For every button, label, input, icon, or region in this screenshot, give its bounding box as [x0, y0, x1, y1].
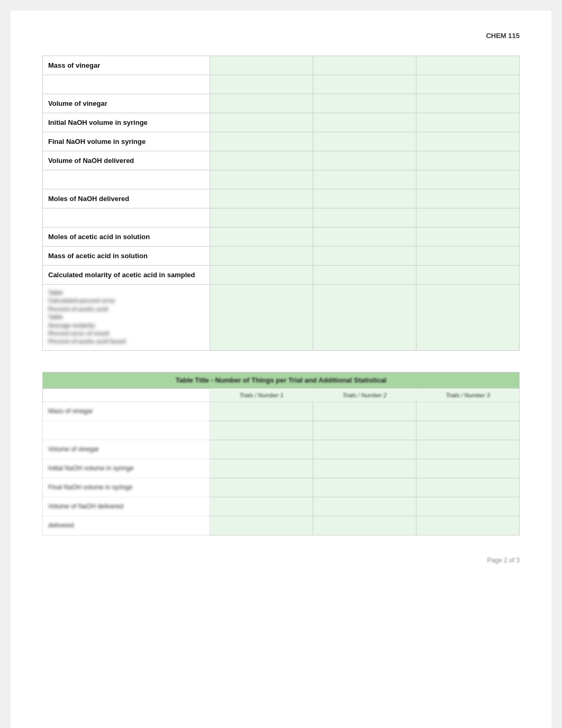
table-row: Volume of vinegar	[43, 94, 520, 113]
row-label: Mass of vinegar	[43, 56, 210, 75]
trial-3-cell[interactable]	[416, 170, 519, 189]
trial-3-cell[interactable]	[416, 75, 519, 94]
trial-2-cell[interactable]	[313, 247, 416, 266]
trial-2-cell-blurred[interactable]	[313, 285, 416, 351]
trial-3-cell[interactable]	[416, 266, 519, 285]
table-row-blurred: TableCalculated percent errorPercent of …	[43, 285, 520, 351]
t2-trial-1[interactable]	[210, 440, 313, 459]
trial-2-cell[interactable]	[313, 189, 416, 208]
table-row: Final NaOH volume in syringe	[43, 132, 520, 151]
table2-subheader-row: Trials / Number 1 Trials / Number 2 Tria…	[43, 388, 520, 402]
t2-trial-2[interactable]	[313, 402, 416, 421]
t2-trial-3[interactable]	[416, 402, 519, 421]
table-row: Initial NaOH volume in syringe	[43, 113, 520, 132]
trial-1-cell[interactable]	[210, 208, 313, 228]
row-label-empty	[43, 75, 210, 94]
table-row: Moles of NaOH delivered	[43, 189, 520, 208]
table2-title: Table Title - Number of Things per Trial…	[43, 372, 520, 388]
t2-row-label: Final NaOH volume in syringe	[43, 478, 210, 497]
t2-trial-3[interactable]	[416, 516, 519, 535]
trial-1-cell[interactable]	[210, 189, 313, 208]
t2-trial-1[interactable]	[210, 478, 313, 497]
trial-3-cell[interactable]	[416, 151, 519, 170]
t2-trial-1[interactable]	[210, 402, 313, 421]
t2-trial-2[interactable]	[313, 440, 416, 459]
t2-row-label-empty	[43, 421, 210, 440]
t2-trial-3[interactable]	[416, 497, 519, 516]
trial-3-cell[interactable]	[416, 132, 519, 151]
table-row: Volume of NaOH delivered	[43, 151, 520, 170]
trial-3-cell[interactable]	[416, 247, 519, 266]
trial-1-cell[interactable]	[210, 228, 313, 247]
data-table-2: Table Title - Number of Things per Trial…	[42, 372, 520, 535]
t2-trial-3[interactable]	[416, 440, 519, 459]
t2-trial-1[interactable]	[210, 459, 313, 478]
trial-2-cell[interactable]	[313, 151, 416, 170]
trial-3-cell[interactable]	[416, 113, 519, 132]
table-row: Mass of vinegar	[43, 56, 520, 75]
row-label: Volume of NaOH delivered	[43, 151, 210, 170]
row-label-moles-acetic: Moles of acetic acid in solution	[43, 228, 210, 247]
trial-1-cell[interactable]	[210, 94, 313, 113]
trial-2-cell[interactable]	[313, 75, 416, 94]
table-row: Moles of acetic acid in solution	[43, 228, 520, 247]
trial-1-cell-blurred[interactable]	[210, 285, 313, 351]
page: CHEM 115 Mass of vinegar	[11, 11, 551, 728]
trial-2-cell[interactable]	[313, 94, 416, 113]
table-row-spacer	[43, 208, 520, 228]
table2-row: Final NaOH volume in syringe	[43, 478, 520, 497]
trial-1-cell[interactable]	[210, 151, 313, 170]
trial-3-cell[interactable]	[416, 228, 519, 247]
trial-1-cell[interactable]	[210, 247, 313, 266]
t2-row-label: Mass of vinegar	[43, 402, 210, 421]
table2-row: Initial NaOH volume in syringe	[43, 459, 520, 478]
trial-2-cell[interactable]	[313, 113, 416, 132]
t2-trial-2[interactable]	[313, 478, 416, 497]
table2-row: Volume of NaOH delivered	[43, 497, 520, 516]
table-row-spacer	[43, 170, 520, 189]
t2-trial-1[interactable]	[210, 516, 313, 535]
table2-section: Table Title - Number of Things per Trial…	[42, 372, 520, 535]
table-row: Calculated molarity of acetic acid in sa…	[43, 266, 520, 285]
t2-trial-2[interactable]	[313, 421, 416, 440]
t2-row-label: Volume of NaOH delivered	[43, 497, 210, 516]
trial-2-cell[interactable]	[313, 132, 416, 151]
trial-1-cell[interactable]	[210, 113, 313, 132]
row-label-empty	[43, 208, 210, 228]
trial-2-cell[interactable]	[313, 266, 416, 285]
t2-trial-3[interactable]	[416, 478, 519, 497]
t2-trial-2[interactable]	[313, 516, 416, 535]
trial-1-cell[interactable]	[210, 170, 313, 189]
row-label: Initial NaOH volume in syringe	[43, 113, 210, 132]
trial-3-cell-blurred[interactable]	[416, 285, 519, 351]
t2-trial-1[interactable]	[210, 497, 313, 516]
row-label: Volume of vinegar	[43, 94, 210, 113]
t2-trial-1[interactable]	[210, 421, 313, 440]
trial-3-cell[interactable]	[416, 56, 519, 75]
trial-3-cell[interactable]	[416, 189, 519, 208]
t2-trial-2[interactable]	[313, 497, 416, 516]
table2-row: Volume of vinegar	[43, 440, 520, 459]
t2-row-label: Initial NaOH volume in syringe	[43, 459, 210, 478]
trial-1-cell[interactable]	[210, 56, 313, 75]
row-label-empty	[43, 170, 210, 189]
table-row: Mass of acetic acid in solution	[43, 247, 520, 266]
row-label: Final NaOH volume in syringe	[43, 132, 210, 151]
trial-2-cell[interactable]	[313, 228, 416, 247]
trial-2-cell[interactable]	[313, 208, 416, 228]
table2-row: Mass of vinegar	[43, 402, 520, 421]
t2-trial-3[interactable]	[416, 459, 519, 478]
t2-trial-3[interactable]	[416, 421, 519, 440]
table2-row: delivered	[43, 516, 520, 535]
page-number: Page 2 of 3	[487, 557, 520, 564]
trial-3-cell[interactable]	[416, 208, 519, 228]
trial-1-cell[interactable]	[210, 266, 313, 285]
trial-1-cell[interactable]	[210, 75, 313, 94]
trial-3-cell[interactable]	[416, 94, 519, 113]
row-label-mass-acetic: Mass of acetic acid in solution	[43, 247, 210, 266]
trial-1-cell[interactable]	[210, 132, 313, 151]
t2-trial-2[interactable]	[313, 459, 416, 478]
trial-2-cell[interactable]	[313, 170, 416, 189]
trial-2-cell[interactable]	[313, 56, 416, 75]
row-label: Moles of NaOH delivered	[43, 189, 210, 208]
